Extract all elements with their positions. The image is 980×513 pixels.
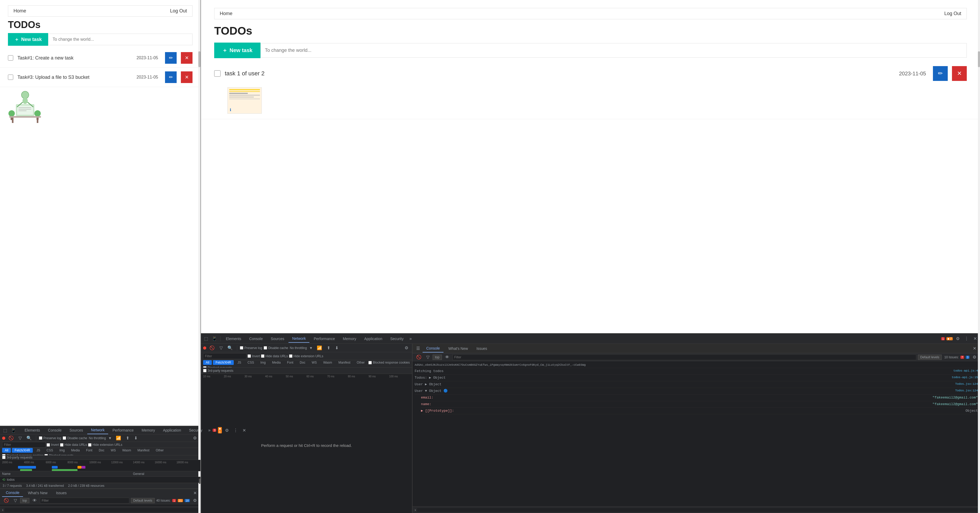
left-dt-close[interactable]: ✕ — [241, 427, 248, 434]
left-clear-btn[interactable]: 🚫 — [7, 435, 15, 441]
right-dt-tab-performance[interactable]: Performance — [310, 335, 339, 343]
right-throttling-dropdown[interactable]: ▾ — [308, 344, 313, 351]
left-filter-fetchxhr[interactable]: Fetch/XHR — [12, 448, 33, 453]
right-dt-tab-application[interactable]: Application — [360, 335, 386, 343]
right-scrollbar-thumb[interactable] — [978, 51, 980, 67]
right-new-task-input[interactable] — [261, 43, 967, 57]
right-dt-inspect-icon[interactable]: ⬚ — [202, 335, 210, 342]
right-invert-check[interactable]: Invert — [248, 354, 260, 358]
right-filter-js[interactable]: JS — [235, 360, 244, 365]
right-filter-wasm[interactable]: Wasm — [320, 360, 335, 365]
right-task-checkbox-1[interactable] — [214, 70, 221, 77]
right-network-filter-input[interactable] — [203, 353, 247, 359]
left-filter-media[interactable]: Media — [68, 448, 83, 453]
left-dt-tab-network[interactable]: Network — [87, 426, 108, 434]
left-task-checkbox-2[interactable] — [8, 75, 13, 80]
left-scrollbar[interactable] — [198, 0, 200, 426]
left-task-edit-btn-1[interactable]: ✏ — [165, 52, 177, 64]
right-console-fetching-src[interactable]: todos-api.js:4 — [946, 368, 978, 374]
left-search-btn[interactable]: 🔍 — [25, 435, 33, 441]
left-filter-doc[interactable]: Doc — [96, 448, 107, 453]
right-dt-device-icon[interactable]: 📱 — [210, 335, 219, 342]
left-throttling-dropdown[interactable]: ▾ — [107, 435, 113, 441]
right-issues-tab[interactable]: Issues — [473, 345, 491, 352]
right-hide-data-check[interactable]: Hide data URLs — [261, 354, 288, 358]
right-dt-more[interactable]: ⋮ — [963, 335, 970, 342]
left-console-input[interactable] — [5, 508, 198, 512]
left-wifi-icon[interactable]: 📶 — [114, 435, 123, 441]
right-dt-network-settings[interactable]: ⚙ — [403, 344, 410, 351]
right-nav-home[interactable]: Home — [220, 11, 232, 16]
right-console-level[interactable]: Default levels — [918, 355, 942, 360]
right-task-edit-btn-1[interactable]: ✏ — [933, 66, 948, 81]
right-console-menu[interactable]: ☰ — [415, 345, 422, 352]
right-filter-img[interactable]: Img — [258, 360, 269, 365]
right-filter-css[interactable]: CSS — [245, 360, 257, 365]
left-dt-tab-memory[interactable]: Memory — [138, 427, 159, 434]
left-filter-font[interactable]: Font — [83, 448, 95, 453]
right-scrollbar[interactable] — [978, 0, 980, 333]
left-console-top-select[interactable]: top — [20, 498, 29, 503]
left-filter-js[interactable]: JS — [34, 448, 43, 453]
right-dt-tab-security[interactable]: Security — [387, 335, 407, 343]
right-dt-more-tabs[interactable]: » — [408, 335, 413, 342]
right-dt-tab-elements[interactable]: Elements — [222, 335, 245, 343]
left-task-edit-btn-2[interactable]: ✏ — [165, 72, 177, 83]
left-disable-cache-check[interactable]: Disable cache — [63, 436, 87, 440]
left-download-icon[interactable]: ⬇ — [132, 435, 139, 441]
right-nav-logout[interactable]: Log Out — [944, 11, 961, 16]
left-nav-logout[interactable]: Log Out — [170, 8, 187, 14]
right-console-settings[interactable]: ⚙ — [971, 354, 978, 361]
left-request-row[interactable]: ⟲ todos — [0, 477, 200, 483]
right-console-input[interactable] — [417, 508, 978, 512]
right-filter-other[interactable]: Other — [354, 360, 367, 365]
right-record-btn[interactable] — [203, 346, 206, 350]
right-filter-all[interactable]: All — [203, 360, 212, 365]
right-disable-cache-check[interactable]: Disable cache — [264, 346, 288, 350]
right-upload-icon[interactable]: ⬆ — [325, 344, 332, 351]
right-task-delete-btn-1[interactable]: ✕ — [952, 66, 967, 81]
left-dt-tab-security[interactable]: Security — [185, 427, 206, 434]
left-upload-icon[interactable]: ⬆ — [124, 435, 131, 441]
left-dt-network-settings[interactable]: ⚙ — [191, 435, 198, 441]
right-console-todos-src[interactable]: todos-api.js:15 — [946, 375, 978, 381]
right-dt-tab-memory[interactable]: Memory — [339, 335, 360, 343]
right-dt-close[interactable]: ✕ — [972, 335, 978, 342]
right-search-btn[interactable]: 🔍 — [226, 344, 234, 351]
right-clear-btn[interactable]: 🚫 — [208, 344, 216, 351]
left-filter-icon[interactable]: ▽ — [17, 435, 23, 441]
left-task-delete-btn-2[interactable]: ✕ — [181, 72, 192, 83]
right-new-task-button[interactable]: ＋ New task — [214, 43, 261, 58]
left-dt-tab-console[interactable]: Console — [44, 427, 65, 434]
right-3rdparty-check[interactable]: 3rd-party requests — [203, 369, 233, 373]
left-console-clear[interactable]: 🚫 — [2, 497, 11, 504]
right-filter-fetchxhr[interactable]: Fetch/XHR — [213, 360, 234, 365]
right-blocked-resp-check[interactable]: Blocked response cookies — [368, 361, 410, 364]
right-dt-tab-network[interactable]: Network — [288, 335, 309, 343]
left-record-btn[interactable] — [2, 437, 5, 440]
right-dt-settings[interactable]: ⚙ — [955, 335, 961, 342]
left-new-task-button[interactable]: ＋ New task — [8, 33, 48, 46]
left-network-filter-input[interactable] — [2, 442, 46, 448]
right-console-user2-src[interactable]: Todos.jsx:124 — [946, 388, 978, 394]
right-console-eye-icon[interactable]: 👁 — [444, 354, 451, 361]
left-new-task-input[interactable] — [48, 33, 192, 45]
left-dt-device-icon[interactable]: 📱 — [9, 427, 18, 434]
left-nav-home[interactable]: Home — [13, 8, 26, 14]
left-filter-manifest[interactable]: Manifest — [135, 448, 152, 453]
left-console-filter-icon[interactable]: ▽ — [12, 497, 19, 504]
left-task-checkbox-1[interactable] — [8, 55, 13, 61]
left-filter-css[interactable]: CSS — [44, 448, 56, 453]
right-console-filter[interactable] — [452, 354, 916, 360]
left-dt-tab-sources[interactable]: Sources — [66, 427, 87, 434]
left-dt-inspect-icon[interactable]: ⬚ — [2, 427, 9, 434]
left-filter-all[interactable]: All — [2, 448, 11, 453]
left-preserve-log-check[interactable]: Preserve log — [39, 436, 61, 440]
right-filter-icon[interactable]: ▽ — [218, 344, 224, 351]
left-filter-img[interactable]: Img — [57, 448, 67, 453]
left-hide-data-check[interactable]: Hide data URLs — [60, 443, 87, 447]
right-download-icon[interactable]: ⬇ — [334, 344, 340, 351]
left-dt-tab-elements[interactable]: Elements — [21, 427, 44, 434]
left-dt-more[interactable]: ⋮ — [232, 427, 239, 434]
right-filter-doc[interactable]: Doc — [297, 360, 308, 365]
